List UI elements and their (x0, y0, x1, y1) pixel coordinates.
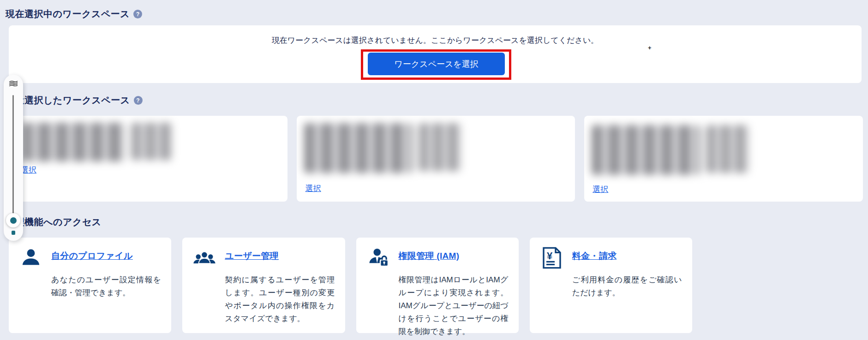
admin-cards-row: 自分のプロファイル あなたのユーザー設定情報を確認・管理できます。 ユーザー管理 (9, 238, 692, 333)
workspace-name-blurred (592, 125, 756, 175)
recent-workspaces-row: 選択 選択 選択 (9, 116, 863, 202)
user-lock-icon (366, 246, 390, 270)
admin-card-iam: 権限管理 (IAM) 権限管理はIAMロールとIAMグループにより実現されます。… (356, 238, 519, 333)
user-management-description: 契約に属するユーザーを管理します。ユーザー種別の変更やポータル内の操作権限をカス… (225, 274, 335, 325)
workspace-select-link[interactable]: 選択 (21, 165, 36, 175)
cursor-mark: + (648, 44, 652, 51)
scroll-handle[interactable] (6, 213, 20, 227)
scroll-widget[interactable] (4, 75, 23, 241)
workspace-portal-page: 現在選択中のワークスペース ? 現在ワークスペースは選択されていません。ここから… (0, 0, 868, 340)
profile-description: あなたのユーザー設定情報を確認・管理できます。 (51, 274, 161, 299)
select-workspace-button[interactable]: ワークスペースを選択 (368, 53, 505, 75)
billing-link[interactable]: 料金・請求 (572, 250, 617, 262)
user-icon (19, 246, 43, 270)
iam-description: 権限管理はIAMロールとIAMグループにより実現されます。IAMグループとユーザ… (399, 274, 509, 338)
current-workspace-heading-label: 現在選択中のワークスペース (6, 8, 130, 20)
profile-link[interactable]: 自分のプロファイル (51, 250, 133, 262)
users-group-icon (192, 246, 216, 270)
admin-card-user-management: ユーザー管理 契約に属するユーザーを管理します。ユーザー種別の変更やポータル内の… (182, 238, 345, 333)
help-icon[interactable]: ? (134, 96, 143, 105)
scroll-tab[interactable] (12, 231, 15, 235)
svg-text:¥: ¥ (547, 250, 553, 262)
scroll-track[interactable] (12, 95, 14, 227)
invoice-yen-icon: ¥ (540, 246, 564, 270)
iam-link[interactable]: 権限管理 (IAM) (399, 250, 460, 262)
scroll-handle-dot (10, 217, 17, 224)
workspace-card: 選択 (9, 116, 287, 202)
waves-icon (8, 79, 18, 90)
admin-card-billing: ¥ 料金・請求 ご利用料金の履歴をご確認いただけます。 (530, 238, 692, 333)
recent-workspaces-heading: 最近選択したワークスペース ? (6, 94, 143, 107)
billing-description: ご利用料金の履歴をご確認いただけます。 (572, 274, 682, 299)
admin-card-profile: 自分のプロファイル あなたのユーザー設定情報を確認・管理できます。 (9, 238, 171, 333)
workspace-select-link[interactable]: 選択 (593, 184, 608, 195)
current-workspace-heading: 現在選択中のワークスペース ? (6, 8, 142, 20)
workspace-name-blurred (22, 123, 179, 161)
workspace-card: 選択 (584, 116, 863, 202)
no-workspace-message: 現在ワークスペースは選択されていません。ここからワークスペースを選択してください… (9, 35, 862, 46)
current-workspace-panel: 現在ワークスペースは選択されていません。ここからワークスペースを選択してください… (9, 25, 862, 83)
user-management-link[interactable]: ユーザー管理 (225, 250, 279, 262)
workspace-select-link[interactable]: 選択 (305, 183, 321, 194)
workspace-name-blurred (304, 123, 468, 173)
help-icon[interactable]: ? (133, 10, 142, 18)
recent-workspaces-heading-label: 最近選択したワークスペース (6, 94, 130, 107)
workspace-card: 選択 (297, 116, 575, 202)
